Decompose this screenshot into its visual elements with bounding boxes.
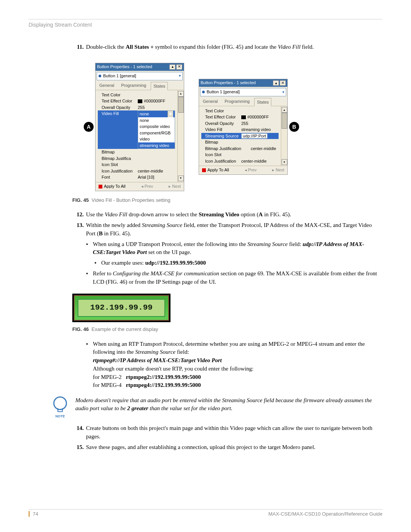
- step-12: 12. Use the Video Fill drop-down arrow t…: [72, 211, 382, 219]
- close-icon[interactable]: ✕: [280, 80, 286, 86]
- scrollbar[interactable]: ▴▾: [281, 106, 287, 166]
- page-number: 74: [29, 511, 38, 517]
- min-icon[interactable]: ▴: [169, 64, 175, 70]
- figure-45: A Button Properties - 1 selected ▴ ✕ But…: [84, 63, 382, 191]
- panel-b: Button Properties - 1 selected ▴ ✕ Butto…: [199, 79, 288, 175]
- tab-states[interactable]: States: [151, 82, 168, 90]
- guide-title: MAX-CSE/MAX-CSD10 Operation/Reference Gu…: [268, 511, 382, 517]
- note-icon: NOTE: [53, 396, 67, 419]
- marker-a: A: [84, 122, 94, 132]
- step-13: 13. Within the newly added Streaming Sou…: [72, 221, 382, 238]
- tab-general[interactable]: General: [97, 81, 116, 90]
- apply-to-all-button[interactable]: Apply To All: [202, 167, 229, 173]
- prev-button[interactable]: ◂ Prev: [141, 184, 153, 190]
- panel-a-select[interactable]: Button 1 [general] ▾: [97, 72, 183, 80]
- fig45-caption: FIG. 45 Video Fill - Button Properties s…: [72, 197, 382, 204]
- close-icon[interactable]: ✕: [176, 64, 182, 70]
- panel-b-select[interactable]: Button 1 [general] ▾: [200, 88, 286, 96]
- video-fill-dropdown[interactable]: none▼ none composite video component/RGB…: [138, 110, 175, 149]
- next-button[interactable]: ▸ Next: [169, 184, 181, 190]
- note: NOTE Modero doesn't require that an audi…: [53, 396, 382, 419]
- section-header: Displaying Stream Content: [29, 22, 382, 28]
- tab-programming[interactable]: Programming: [119, 81, 148, 90]
- scrollbar[interactable]: ▴▾: [177, 90, 184, 182]
- page-footer: 74 MAX-CSE/MAX-CSD10 Operation/Reference…: [29, 509, 382, 517]
- fig46-caption: FIG. 46 Example of the current display: [72, 326, 382, 333]
- streaming-source-input[interactable]: udp://IP:Port: [241, 133, 268, 139]
- step-14: 14. Create buttons on both this project'…: [72, 424, 382, 441]
- step-11: 11. Double-click the All States + symbol…: [72, 43, 382, 51]
- marker-b: B: [289, 122, 299, 132]
- panel-a-title: Button Properties - 1 selected ▴ ✕: [96, 63, 184, 71]
- figure-46-lcd: 192.199.99.99: [72, 294, 170, 322]
- apply-to-all-button[interactable]: Apply To All: [99, 184, 126, 190]
- panel-b-title: Button Properties - 1 selected ▴ ✕: [199, 79, 287, 87]
- panel-a: Button Properties - 1 selected ▴ ✕ Butto…: [95, 63, 184, 191]
- min-icon[interactable]: ▴: [273, 80, 279, 86]
- step-15: 15. Save these pages, and after establis…: [72, 443, 382, 452]
